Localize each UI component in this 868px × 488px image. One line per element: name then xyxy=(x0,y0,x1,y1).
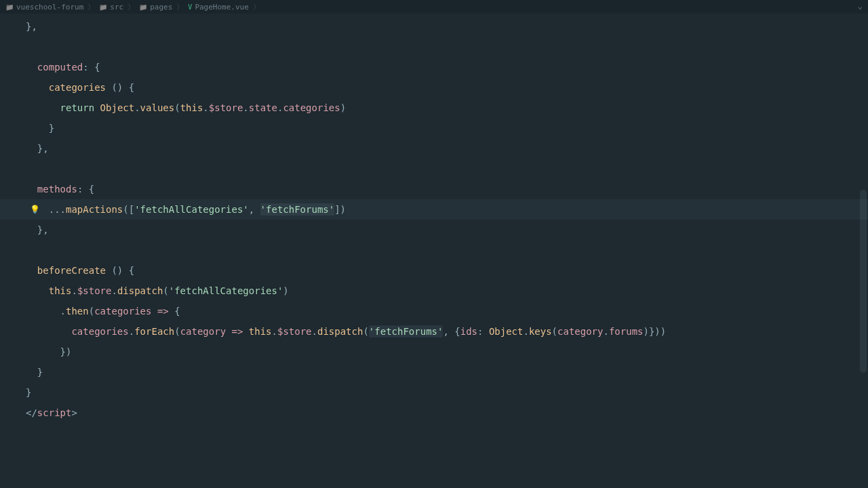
code-line: methods: { xyxy=(0,179,868,199)
folder-icon xyxy=(5,3,14,11)
breadcrumb-item-pages[interactable]: pages xyxy=(139,3,172,12)
code-line: categories.forEach(category => this.$sto… xyxy=(0,321,868,342)
code-line xyxy=(0,159,868,179)
breadcrumb-label: src xyxy=(110,3,123,12)
code-line: } xyxy=(0,362,868,382)
code-line: }) xyxy=(0,342,868,362)
code-line: categories () { xyxy=(0,77,868,98)
code-line: computed: { xyxy=(0,57,868,77)
breadcrumb-bar: vueschool-forum 〉 src 〉 pages 〉 V PageHo… xyxy=(0,0,868,14)
code-line: this.$store.dispatch('fetchAllCategories… xyxy=(0,281,868,301)
breadcrumb-item-project[interactable]: vueschool-forum xyxy=(5,3,83,12)
code-line xyxy=(0,37,868,57)
folder-icon xyxy=(99,3,107,11)
chevron-right-icon: 〉 xyxy=(176,2,184,12)
code-line: return Object.values(this.$store.state.c… xyxy=(0,98,868,118)
code-line: } xyxy=(0,118,868,138)
chevron-right-icon: 〉 xyxy=(253,2,260,12)
chevron-right-icon: 〉 xyxy=(87,2,95,12)
breadcrumb-label: pages xyxy=(150,3,172,12)
code-editor[interactable]: }, computed: { categories () { return Ob… xyxy=(0,14,868,426)
code-line-active: 💡 ...mapActions(['fetchAllCategories', '… xyxy=(0,199,868,220)
code-line xyxy=(0,240,868,260)
code-line: beforeCreate () { xyxy=(0,260,868,281)
code-line: } xyxy=(0,382,868,403)
vue-file-icon: V xyxy=(188,3,192,11)
code-line: }, xyxy=(0,220,868,240)
code-line: }, xyxy=(0,16,868,37)
breadcrumb-item-src[interactable]: src xyxy=(99,3,123,12)
breadcrumb-label: vueschool-forum xyxy=(16,3,83,12)
chevron-right-icon: 〉 xyxy=(127,2,135,12)
code-line: </script> xyxy=(0,403,868,423)
folder-icon xyxy=(139,3,147,11)
chevron-down-icon[interactable]: ⌄ xyxy=(858,1,863,11)
vertical-scrollbar[interactable] xyxy=(860,190,867,373)
code-line: }, xyxy=(0,138,868,159)
breadcrumb-item-file[interactable]: V PageHome.vue xyxy=(188,3,249,12)
code-line: .then(categories => { xyxy=(0,301,868,321)
breadcrumb-label: PageHome.vue xyxy=(195,3,248,12)
lightbulb-icon[interactable]: 💡 xyxy=(30,199,40,220)
